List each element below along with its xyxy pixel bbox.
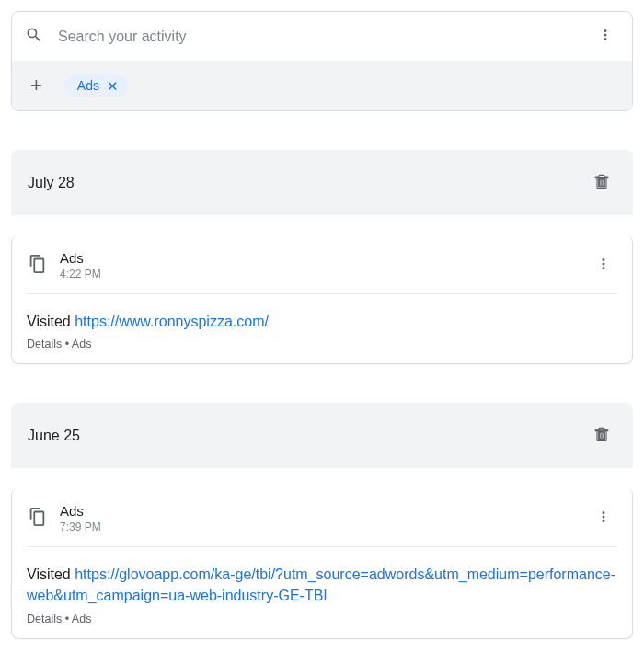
trash-icon — [592, 425, 611, 446]
activity-menu-button[interactable] — [590, 250, 617, 280]
search-icon — [25, 26, 43, 48]
card-head: Ads 4:22 PM — [12, 235, 632, 293]
visited-prefix: Visited — [27, 566, 75, 582]
activity-menu-button[interactable] — [590, 503, 617, 533]
activity-card: Ads 4:22 PM Visited https://www.ronnyspi… — [11, 235, 633, 364]
card-body: Visited https://glovoapp.com/ka-ge/tbi/?… — [12, 547, 632, 637]
delete-day-button[interactable] — [587, 166, 616, 199]
filter-chip-ads[interactable]: Ads ✕ — [64, 74, 128, 97]
activity-time: 7:39 PM — [60, 520, 577, 533]
trash-icon — [592, 172, 611, 193]
activity-time: 4:22 PM — [60, 268, 577, 280]
visited-line: Visited https://www.ronnyspizza.com/ — [27, 311, 617, 332]
date-label: June 25 — [28, 428, 80, 444]
ads-icon — [27, 507, 47, 531]
more-vert-icon — [595, 509, 612, 528]
close-icon[interactable]: ✕ — [107, 79, 119, 93]
date-label: July 28 — [28, 175, 75, 191]
activity-card: Ads 7:39 PM Visited https://glovoapp.com… — [11, 488, 633, 638]
visited-prefix: Visited — [27, 314, 75, 329]
more-vert-icon — [597, 27, 614, 46]
card-head: Ads 7:39 PM — [12, 488, 632, 546]
search-menu-button[interactable] — [592, 21, 619, 51]
visited-url-link[interactable]: https://glovoapp.com/ka-ge/tbi/?utm_sour… — [27, 566, 615, 603]
card-head-text: Ads 7:39 PM — [60, 503, 577, 533]
more-vert-icon — [595, 256, 612, 275]
search-row — [12, 12, 632, 61]
search-input[interactable] — [58, 29, 577, 45]
app-name: Ads — [60, 250, 577, 266]
date-header: July 28 — [11, 150, 633, 215]
card-body: Visited https://www.ronnyspizza.com/ Det… — [12, 294, 632, 363]
ads-icon — [27, 254, 47, 278]
search-card: + Ads ✕ — [11, 11, 633, 111]
add-filter-button[interactable]: + — [25, 70, 48, 101]
visited-url-link[interactable]: https://www.ronnyspizza.com/ — [75, 314, 269, 329]
delete-day-button[interactable] — [587, 419, 616, 452]
activity-meta: Details • Ads — [27, 612, 617, 625]
visited-line: Visited https://glovoapp.com/ka-ge/tbi/?… — [27, 564, 617, 606]
app-name: Ads — [60, 503, 577, 519]
filter-row: + Ads ✕ — [12, 61, 632, 110]
chip-label: Ads — [77, 78, 99, 93]
date-header: June 25 — [11, 403, 633, 468]
activity-meta: Details • Ads — [27, 337, 617, 350]
plus-icon: + — [30, 75, 42, 96]
card-head-text: Ads 4:22 PM — [60, 250, 577, 280]
